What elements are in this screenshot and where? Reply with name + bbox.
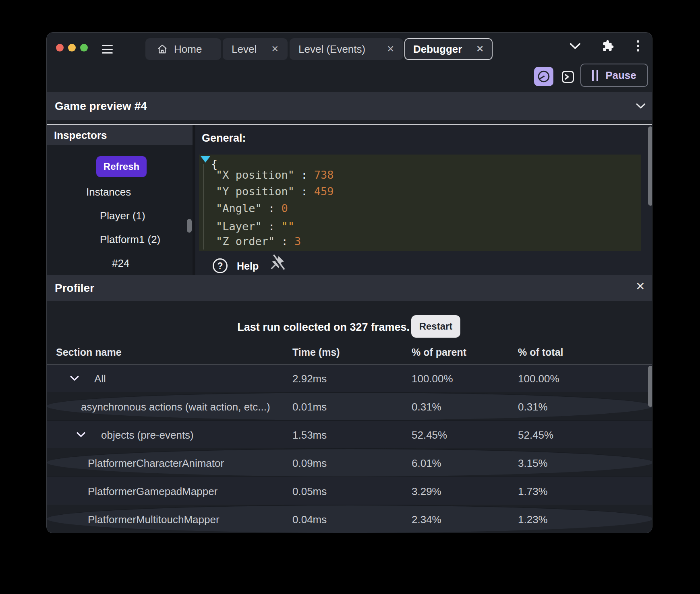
table-row[interactable]: objects (pre-events) 1.53ms 52.45% 52.45…	[47, 420, 652, 448]
table-row[interactable]: PlatformerGamepadMapper 0.05ms 3.29% 1.7…	[47, 476, 652, 505]
profiler-panel: Last run collected on 327 frames. Restar…	[47, 301, 652, 533]
menu-icon[interactable]	[102, 45, 113, 54]
gauge-icon	[537, 70, 551, 83]
column-header-section: Section name	[56, 346, 122, 358]
tree-item-instances[interactable]: Instances	[86, 186, 131, 198]
table-row[interactable]: PlatformerMultitouchMapper 0.04ms 2.34% …	[47, 505, 652, 533]
console-button[interactable]	[561, 70, 575, 84]
tab-debugger[interactable]: Debugger ✕	[404, 38, 493, 60]
scrollbar-thumb[interactable]	[187, 219, 192, 233]
indent-guide	[203, 164, 204, 250]
chevron-down-icon[interactable]	[76, 431, 86, 437]
tab-home[interactable]: Home	[145, 38, 221, 60]
tab-label: Level	[232, 43, 257, 56]
pause-icon	[592, 70, 598, 81]
inspectors-header: Inspectors	[47, 125, 193, 145]
close-profiler-icon[interactable]: ✕	[636, 280, 645, 293]
restart-button[interactable]: Restart	[411, 315, 460, 338]
profiler-toggle-button[interactable]	[534, 67, 553, 86]
tab-label: Home	[174, 43, 202, 56]
game-preview-header[interactable]: Game preview #4	[47, 92, 652, 120]
table-row[interactable]: All 2.92ms 100.00% 100.00%	[47, 364, 652, 392]
inspectors-title: Inspectors	[54, 129, 107, 141]
pin-off-icon[interactable]	[269, 254, 286, 275]
close-tab-icon[interactable]: ✕	[476, 44, 485, 54]
scrollbar-thumb[interactable]	[648, 126, 652, 206]
json-line: "Y position" : 459	[216, 185, 334, 198]
chevron-down-icon[interactable]	[70, 375, 79, 381]
tree-item-player[interactable]: Player (1)	[100, 210, 145, 222]
tab-label: Level (Events)	[298, 43, 365, 56]
profiler-title: Profiler	[55, 282, 94, 295]
zoom-window-button[interactable]	[80, 44, 88, 52]
minimize-window-button[interactable]	[68, 44, 76, 52]
expander-triangle-icon[interactable]	[201, 156, 210, 163]
screen: Home Level ✕ Level (Events) ✕ Debugger ✕	[0, 0, 700, 594]
tab-label: Debugger	[413, 43, 462, 56]
extensions-puzzle-icon[interactable]	[601, 39, 614, 52]
general-panel: General: { "X position" : 738 "Y positio…	[195, 125, 652, 275]
column-header-total: % of total	[518, 346, 563, 358]
terminal-icon	[561, 70, 575, 84]
tree-item-instance-24[interactable]: #24	[112, 257, 129, 269]
chevron-down-icon[interactable]	[569, 42, 581, 50]
json-line: "Layer" : ""	[216, 220, 294, 233]
profiler-header: Profiler ✕	[47, 275, 652, 301]
game-preview-title: Game preview #4	[55, 100, 147, 113]
collapse-chevron-icon[interactable]	[636, 103, 646, 109]
debugger-window: Home Level ✕ Level (Events) ✕ Debugger ✕	[46, 32, 652, 533]
column-header-parent: % of parent	[412, 346, 466, 358]
column-header-time: Time (ms)	[292, 346, 340, 358]
close-tab-icon[interactable]: ✕	[386, 44, 395, 54]
help-label[interactable]: Help	[237, 260, 259, 272]
tree-item-platform1[interactable]: Platform1 (2)	[100, 233, 160, 245]
panel-divider	[193, 125, 195, 275]
home-icon	[157, 43, 168, 55]
general-title: General:	[202, 132, 246, 144]
tab-level[interactable]: Level ✕	[223, 38, 288, 60]
json-line: "X position" : 738	[216, 169, 334, 181]
tab-level-events[interactable]: Level (Events) ✕	[290, 38, 403, 60]
pause-button[interactable]: Pause	[580, 64, 648, 87]
json-line: "Angle" : 0	[216, 202, 288, 214]
json-inspector: { "X position" : 738 "Y position" : 459 …	[199, 155, 641, 251]
close-tab-icon[interactable]: ✕	[271, 44, 280, 54]
scrollbar-thumb[interactable]	[648, 366, 652, 407]
kebab-menu-icon[interactable]	[637, 40, 640, 52]
table-row[interactable]: asynchronous actions (wait action, etc..…	[47, 392, 652, 420]
pause-label: Pause	[605, 69, 636, 82]
table-row[interactable]: PlatformerCharacterAnimator 0.09ms 6.01%…	[47, 448, 652, 476]
inspectors-panel: Inspectors Refresh Instances Player (1) …	[47, 125, 193, 275]
close-window-button[interactable]	[56, 44, 64, 52]
json-line: "Z order" : 3	[216, 235, 301, 248]
help-icon[interactable]: ?	[213, 258, 228, 273]
refresh-button[interactable]: Refresh	[96, 156, 147, 177]
profiler-summary: Last run collected on 327 frames.	[47, 321, 410, 334]
